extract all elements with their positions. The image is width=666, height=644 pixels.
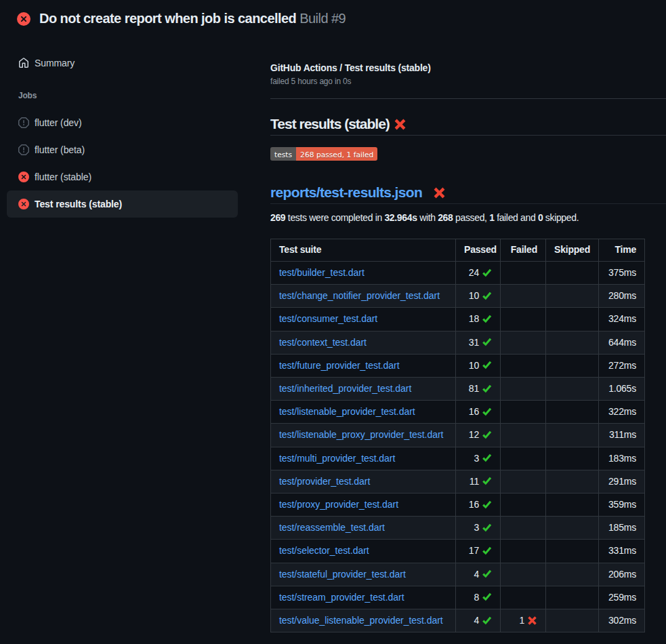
- table-row: test/change_notifier_provider_test.dart1…: [271, 285, 645, 308]
- cell-passed: 16: [456, 494, 501, 517]
- test-suite-link[interactable]: test/stateful_provider_test.dart: [279, 569, 406, 580]
- tests-summary-line: 269 tests were completed in 32.964s with…: [270, 211, 666, 225]
- sidebar-job-item[interactable]: Test results (stable): [7, 190, 238, 218]
- run-failed-icon: [17, 12, 30, 26]
- cell-test-suite: test/stream_provider_test.dart: [271, 586, 456, 609]
- table-row: test/stateful_provider_test.dart4206ms: [271, 563, 645, 586]
- test-suite-link[interactable]: test/consumer_test.dart: [279, 313, 377, 324]
- test-suite-link[interactable]: test/listenable_provider_test.dart: [279, 406, 415, 417]
- check-mark-icon: [482, 384, 492, 394]
- cell-passed: 10: [456, 354, 501, 377]
- col-header-skipped: Skipped: [546, 239, 599, 262]
- test-results-table: Test suite Passed Failed Skipped Time te…: [270, 239, 645, 632]
- test-suite-link[interactable]: test/value_listenable_provider_test.dart: [279, 615, 443, 626]
- cell-failed: [501, 447, 546, 470]
- test-suite-link[interactable]: test/provider_test.dart: [279, 476, 370, 487]
- cell-skipped: [546, 354, 599, 377]
- test-suite-link[interactable]: test/inherited_provider_test.dart: [279, 383, 411, 394]
- cell-passed: 16: [456, 401, 501, 424]
- cell-test-suite: test/builder_test.dart: [271, 262, 456, 285]
- cross-mark-icon: [433, 186, 446, 199]
- table-header-row: Test suite Passed Failed Skipped Time: [271, 239, 645, 262]
- cell-failed: [501, 378, 546, 401]
- sidebar-job-item[interactable]: flutter (beta): [7, 136, 238, 163]
- test-suite-link[interactable]: test/change_notifier_provider_test.dart: [279, 290, 440, 301]
- cell-failed: [501, 401, 546, 424]
- sidebar-job-label: flutter (dev): [35, 117, 82, 128]
- cross-mark-icon: [527, 616, 537, 626]
- cell-test-suite: test/consumer_test.dart: [271, 308, 456, 331]
- check-run-output: Test results (stable) tests 268 passed, …: [270, 115, 666, 632]
- check-mark-icon: [482, 453, 492, 463]
- summary-segment: passed,: [453, 212, 489, 223]
- sidebar-job-label: flutter (stable): [35, 172, 91, 182]
- test-suite-link[interactable]: test/stream_provider_test.dart: [279, 592, 404, 603]
- report-file-link[interactable]: reports/test-results.json: [270, 184, 422, 200]
- col-header-passed: Passed: [456, 239, 501, 262]
- cell-skipped: [546, 424, 599, 447]
- cell-failed: [501, 517, 546, 540]
- check-breadcrumb: GitHub Actions / Test results (stable): [270, 61, 666, 75]
- cell-passed: 3: [456, 447, 501, 470]
- check-mark-icon: [482, 337, 492, 347]
- test-suite-link[interactable]: test/selector_test.dart: [279, 545, 369, 556]
- check-run-meta: failed 5 hours ago in 0s: [270, 75, 666, 87]
- cell-time: 280ms: [599, 285, 645, 308]
- cell-failed: [501, 308, 546, 331]
- table-row: test/stream_provider_test.dart8259ms: [271, 586, 645, 609]
- jobs-list: flutter (dev)flutter (beta)flutter (stab…: [7, 109, 238, 218]
- cell-passed: 24: [456, 262, 501, 285]
- cell-passed: 3: [456, 517, 501, 540]
- cell-time: 206ms: [599, 563, 645, 586]
- cell-time: 185ms: [599, 517, 645, 540]
- test-suite-link[interactable]: test/reassemble_test.dart: [279, 522, 385, 533]
- cell-skipped: [546, 494, 599, 517]
- table-row: test/consumer_test.dart18324ms: [271, 308, 645, 331]
- test-suite-link[interactable]: test/multi_provider_test.dart: [279, 453, 395, 464]
- cell-failed: [501, 331, 546, 354]
- cell-passed: 4: [456, 563, 501, 586]
- check-mark-icon: [482, 523, 492, 533]
- col-header-test-suite: Test suite: [271, 239, 456, 262]
- check-mark-icon: [482, 268, 492, 278]
- cell-time: 322ms: [599, 401, 645, 424]
- sidebar-item-summary[interactable]: Summary: [7, 49, 238, 77]
- cell-time: 311ms: [599, 424, 645, 447]
- sidebar-job-label: flutter (beta): [35, 144, 85, 155]
- badge-label: tests: [270, 147, 296, 161]
- sidebar-job-item[interactable]: flutter (stable): [7, 163, 238, 190]
- cell-skipped: [546, 285, 599, 308]
- cell-passed: 11: [456, 470, 501, 493]
- check-mark-icon: [482, 569, 492, 579]
- tests-badge: tests 268 passed, 1 failed: [270, 147, 377, 161]
- test-suite-link[interactable]: test/builder_test.dart: [279, 267, 365, 278]
- cell-failed: [501, 262, 546, 285]
- sidebar-job-item[interactable]: flutter (dev): [7, 109, 238, 136]
- cell-test-suite: test/listenable_provider_test.dart: [271, 401, 456, 424]
- cell-test-suite: test/value_listenable_provider_test.dart: [271, 609, 456, 632]
- cell-test-suite: test/multi_provider_test.dart: [271, 447, 456, 470]
- test-suite-link[interactable]: test/listenable_proxy_provider_test.dart: [279, 429, 443, 440]
- test-suite-link[interactable]: test/future_provider_test.dart: [279, 360, 400, 371]
- cell-skipped: [546, 540, 599, 563]
- test-suite-link[interactable]: test/context_test.dart: [279, 337, 367, 348]
- cell-skipped: [546, 447, 599, 470]
- cell-time: 375ms: [599, 262, 645, 285]
- run-header: Do not create report when job is cancell…: [0, 0, 666, 38]
- test-suite-link[interactable]: test/proxy_provider_test.dart: [279, 499, 398, 510]
- report-file-heading: reports/test-results.json: [270, 184, 666, 204]
- check-mark-icon: [482, 476, 492, 486]
- summary-segment: 1: [489, 212, 494, 223]
- cell-passed: 4: [456, 609, 501, 632]
- cell-passed: 12: [456, 424, 501, 447]
- cell-failed: [501, 494, 546, 517]
- cell-skipped: [546, 563, 599, 586]
- sidebar: Summary Jobs flutter (dev)flutter (beta)…: [7, 49, 238, 218]
- summary-segment: skipped.: [543, 212, 579, 223]
- job-cancelled-icon: [18, 144, 29, 155]
- table-row: test/future_provider_test.dart10272ms: [271, 354, 645, 377]
- cell-time: 644ms: [599, 331, 645, 354]
- jobs-section-heading: Jobs: [7, 87, 238, 104]
- check-mark-icon: [482, 616, 492, 626]
- check-mark-icon: [482, 592, 492, 602]
